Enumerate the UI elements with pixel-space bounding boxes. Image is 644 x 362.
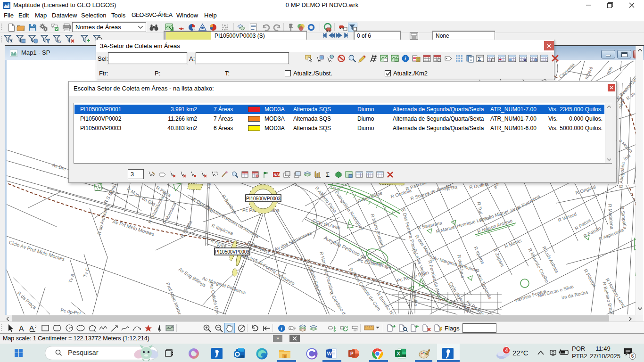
svg-text:A: A xyxy=(19,325,24,332)
svg-text:Tv 8: Tv 8 xyxy=(67,273,75,283)
svg-text:R Ourânia: R Ourânia xyxy=(390,188,412,199)
svg-text:R Banibas: R Banibas xyxy=(221,194,237,214)
svg-text:R Wisard: R Wisard xyxy=(557,211,577,222)
svg-text:R da Praça: R da Praça xyxy=(17,290,38,310)
svg-text:R Honorato Faustino: R Honorato Faustino xyxy=(319,251,335,295)
svg-text:Ciclo Av Prof Melo Moraes: Ciclo Av Prof Melo Moraes xyxy=(8,239,65,262)
svg-text:P: P xyxy=(350,351,354,356)
svg-text:R Purpurina: R Purpurina xyxy=(517,193,541,210)
svg-text:R do Anfiteatro: R do Anfiteatro xyxy=(96,204,109,235)
svg-text:R Simpatia: R Simpatia xyxy=(619,206,628,230)
svg-text:PI10500VP0003: PI10500VP0003 xyxy=(215,249,249,255)
svg-text:Pc do Pol: Pc do Pol xyxy=(60,307,81,314)
svg-text:R Fidalga: R Fidalga xyxy=(583,268,597,288)
svg-text:NAM: NAM xyxy=(274,173,281,177)
svg-text:Av Dre: Av Dre xyxy=(51,162,67,172)
svg-text:arvalho: arvalho xyxy=(412,290,419,306)
svg-text:A: A xyxy=(29,324,34,332)
svg-text:fx: fx xyxy=(58,39,62,44)
svg-text:R Ferreira de Araújo: R Ferreira de Araújo xyxy=(427,260,443,302)
svg-text:R Turi: R Turi xyxy=(476,201,483,214)
svg-text:R dos Tamanás: R dos Tamanás xyxy=(474,268,493,300)
svg-text:R Original: R Original xyxy=(575,184,596,196)
svg-text:R Madalena: R Madalena xyxy=(607,204,615,230)
svg-text:R Cardoso de: R Cardoso de xyxy=(328,290,348,314)
svg-text:Tv C: Tv C xyxy=(82,267,90,278)
svg-text:R Morás: R Morás xyxy=(504,238,522,249)
svg-text:X: X xyxy=(397,351,401,356)
svg-text:Ac Marginal Pinheiros: Ac Marginal Pinheiros xyxy=(201,275,247,295)
svg-text:R Barajuba: R Barajuba xyxy=(247,240,270,255)
svg-text:W: W xyxy=(327,351,332,356)
svg-text:R S Bento: R S Bento xyxy=(103,183,117,205)
svg-text:R Silvia Celeste de Cam: R Silvia Celeste de Cam xyxy=(348,267,381,312)
svg-text:Σ: Σ xyxy=(478,56,481,62)
svg-text:Av dos Semaneiros: Av dos Semaneiros xyxy=(273,230,313,252)
svg-text:4: 4 xyxy=(505,347,508,353)
svg-text:xis: xis xyxy=(206,182,212,189)
svg-text:Σ: Σ xyxy=(326,171,330,178)
svg-text:R Des Ferreira França: R Des Ferreira França xyxy=(401,208,418,255)
svg-text:PI10500VP0003: PI10500VP0003 xyxy=(246,196,281,201)
svg-text:R Zapara: R Zapara xyxy=(492,247,505,268)
svg-text:Ciclo da Avenida: Ciclo da Avenida xyxy=(448,281,471,313)
